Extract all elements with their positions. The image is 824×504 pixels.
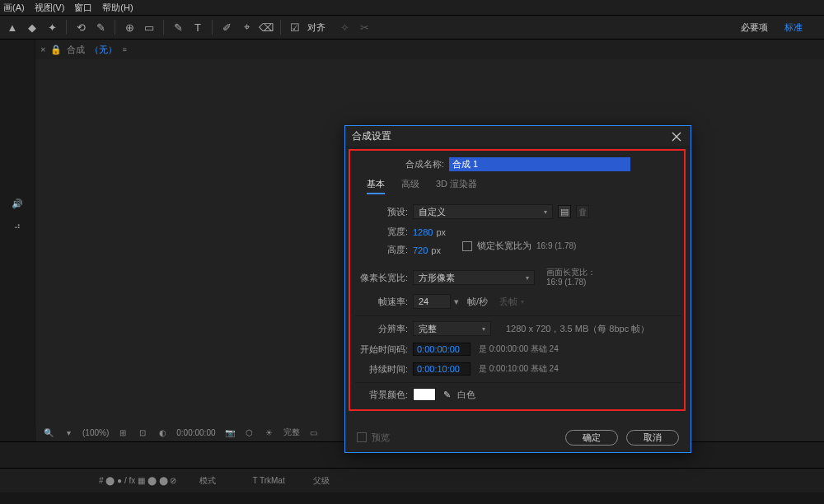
height-value[interactable]: 720 <box>413 245 428 255</box>
tool-pen-icon[interactable]: ✎ <box>171 20 185 35</box>
workspace-standard[interactable]: 标准 <box>784 21 803 34</box>
resolution-dropdown[interactable]: 完整 ▾ <box>413 321 491 336</box>
preview-toggle[interactable]: 预览 <box>357 432 390 444</box>
chevron-down-icon[interactable]: ▾ <box>451 296 462 307</box>
close-icon <box>672 132 681 142</box>
column-mode[interactable]: 模式 <box>199 475 216 487</box>
width-label: 宽度: <box>355 226 413 238</box>
menu-help[interactable]: 帮助(H) <box>102 2 133 14</box>
resolution-dropdown[interactable]: 完整 <box>283 427 300 438</box>
resolution-value: 完整 <box>419 323 437 335</box>
menu-window[interactable]: 窗口 <box>74 2 92 14</box>
preset-value: 自定义 <box>419 206 446 218</box>
menu-bar: 画(A) 视图(V) 窗口 帮助(H) <box>0 0 824 15</box>
width-value[interactable]: 1280 <box>413 227 433 237</box>
tab-basic[interactable]: 基本 <box>367 178 385 194</box>
snapshot-icon[interactable]: 📷 <box>224 427 236 438</box>
tab-menu-icon[interactable]: ≡ <box>122 45 126 54</box>
exposure-icon[interactable]: ☀ <box>264 427 275 438</box>
dialog-body: 合成名称: 基本 高级 3D 渲染器 预设: 自定义 ▾ ▤ 🗑 宽度: 128… <box>345 147 691 401</box>
current-time[interactable]: 0:00:00:00 <box>176 428 215 437</box>
preview-checkbox[interactable] <box>357 432 367 442</box>
region-icon[interactable]: ▭ <box>308 427 320 438</box>
tool-camera-icon[interactable]: ✎ <box>93 20 108 35</box>
column-parent[interactable]: 父级 <box>313 475 330 487</box>
tab-lock-icon[interactable]: 🔒 <box>50 44 62 55</box>
tab-advanced[interactable]: 高级 <box>401 178 419 194</box>
tab-3d-renderer[interactable]: 3D 渲染器 <box>436 178 477 194</box>
tool-text-icon[interactable]: T <box>190 20 205 35</box>
dropdown-icon[interactable]: ▾ <box>63 427 74 438</box>
flowchart-icon[interactable]: ⠴ <box>0 217 35 234</box>
snap-checkbox-icon[interactable]: ☑ <box>288 20 302 35</box>
separator <box>115 20 115 35</box>
zoom-value[interactable]: (100%) <box>82 428 109 437</box>
preview-label: 预览 <box>372 432 390 444</box>
tool-roto-icon[interactable]: ✂ <box>357 20 372 35</box>
resolution-info: 1280 x 720，3.5 MB（每 8bpc 帧） <box>506 323 649 335</box>
tool-eraser-icon[interactable]: ⌫ <box>259 20 274 35</box>
preset-dropdown[interactable]: 自定义 ▾ <box>413 204 553 219</box>
tool-zoom-icon[interactable]: ✦ <box>44 20 59 35</box>
column-trkmat[interactable]: T TrkMat <box>252 476 284 485</box>
bg-color-name: 白色 <box>457 389 475 401</box>
guides-icon[interactable]: ⊡ <box>137 427 148 438</box>
save-preset-icon[interactable]: ▤ <box>558 205 571 218</box>
width-unit: px <box>436 227 446 237</box>
viewer-tab-strip: × 🔒 合成 （无） ≡ <box>35 40 824 59</box>
drop-frame-label: 丢帧 <box>499 296 517 308</box>
magnify-icon[interactable]: 🔍 <box>43 427 54 438</box>
duration-input[interactable] <box>413 362 471 376</box>
tool-stamp-icon[interactable]: ⌖ <box>239 20 254 35</box>
comp-name-label: 合成名称: <box>405 158 449 170</box>
snap-label: 对齐 <box>307 21 325 34</box>
lock-aspect-checkbox[interactable] <box>462 241 472 251</box>
chevron-down-icon: ▾ <box>526 274 529 282</box>
tool-hand-icon[interactable]: ◆ <box>25 20 40 35</box>
column-switches: # ⬤ ● / fx ▦ ⬤ ⬤ ⊘ <box>99 476 176 485</box>
par-dropdown[interactable]: 方形像素 ▾ <box>413 270 535 285</box>
tool-anchor-icon[interactable]: ⊕ <box>122 20 137 35</box>
comp-name-input[interactable] <box>449 157 630 171</box>
workspace-essentials[interactable]: 必要项 <box>741 21 768 34</box>
menu-animation[interactable]: 画(A) <box>3 2 25 14</box>
height-label: 高度: <box>355 244 413 256</box>
fps-dropdown[interactable]: 24 <box>413 294 451 309</box>
preset-label: 预设: <box>355 206 413 218</box>
eyedropper-icon[interactable]: ✎ <box>441 389 452 400</box>
duration-label: 持续时间: <box>355 363 413 376</box>
panel-audio-icon[interactable]: 🔊 <box>0 194 35 212</box>
height-unit: px <box>431 245 441 255</box>
bg-color-swatch[interactable] <box>413 388 436 401</box>
tool-puppet-icon[interactable]: ✧ <box>337 20 352 35</box>
menu-view[interactable]: 视图(V) <box>35 2 65 14</box>
ok-button[interactable]: 确定 <box>565 430 618 446</box>
mask-icon[interactable]: ◐ <box>157 427 168 438</box>
close-button[interactable] <box>669 129 684 144</box>
separator <box>212 20 213 35</box>
tool-arrow-icon[interactable]: ▲ <box>5 20 20 35</box>
bg-color-label: 背景颜色: <box>355 389 413 401</box>
cancel-button[interactable]: 取消 <box>626 430 679 446</box>
tool-rect-icon[interactable]: ▭ <box>142 20 157 35</box>
channel-icon[interactable]: ⬡ <box>244 427 255 438</box>
tool-brush-icon[interactable]: ✐ <box>219 20 234 35</box>
project-panel: 🔊 ⠴ <box>0 40 35 427</box>
chevron-down-icon: ▾ <box>521 298 524 306</box>
chevron-down-icon: ▾ <box>482 325 485 333</box>
dialog-footer: 预览 确定 取消 <box>345 422 691 452</box>
tool-bar: ▲ ◆ ✦ ⟲ ✎ ⊕ ▭ ✎ T ✐ ⌖ ⌫ ☑ 对齐 ✧ ✂ 必要项 标准 <box>0 15 824 40</box>
lock-aspect-label: 锁定长宽比为 <box>477 240 531 252</box>
tab-close-icon[interactable]: × <box>40 44 45 54</box>
par-label: 像素长宽比: <box>355 272 413 284</box>
tool-rotate-icon[interactable]: ⟲ <box>73 20 88 35</box>
chevron-down-icon: ▾ <box>544 208 547 216</box>
grid-icon[interactable]: ⊞ <box>117 427 129 438</box>
separator <box>66 20 67 35</box>
start-tc-label: 开始时间码: <box>355 343 413 356</box>
start-tc-input[interactable] <box>413 343 471 356</box>
separator <box>280 20 281 35</box>
start-tc-info: 是 0:00:00:00 基础 24 <box>479 343 559 355</box>
tab-comp-name[interactable]: （无） <box>90 44 117 56</box>
delete-preset-icon[interactable]: 🗑 <box>576 205 589 218</box>
